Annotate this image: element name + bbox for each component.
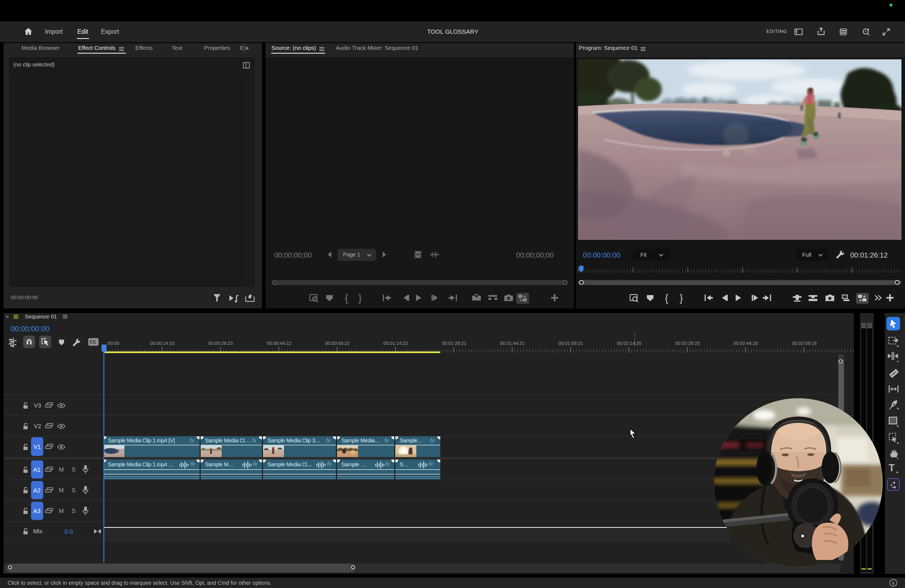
svg-text:{: {: [345, 292, 348, 304]
svg-text:}: }: [680, 292, 683, 304]
svg-text:{: {: [665, 292, 668, 304]
svg-text:}: }: [358, 292, 362, 304]
